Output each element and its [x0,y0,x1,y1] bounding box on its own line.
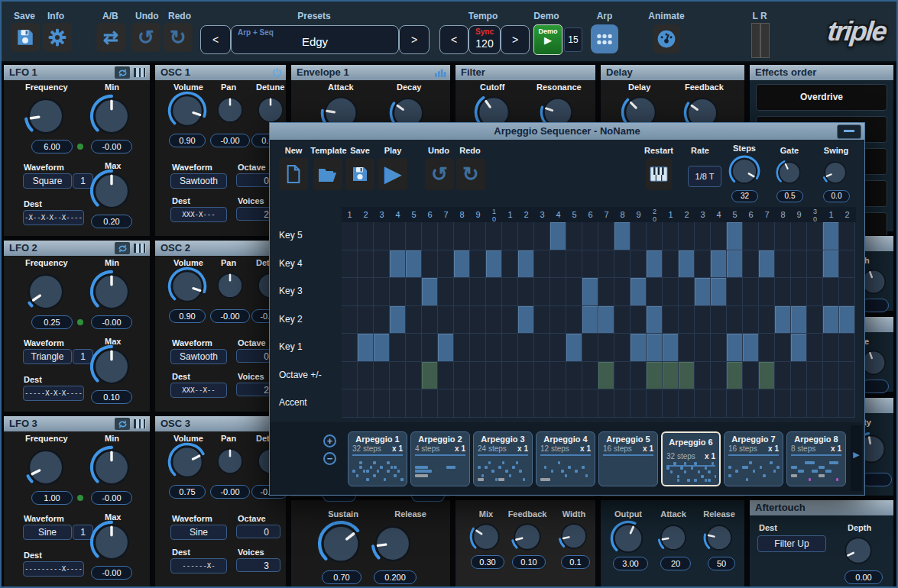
step-cell[interactable] [614,278,631,306]
step-cell[interactable] [390,306,406,334]
remove-arpeggio-button[interactable]: − [323,452,336,465]
step-cell[interactable] [470,306,486,334]
step-cell[interactable] [695,306,711,334]
step-cell[interactable] [759,334,775,362]
step-cell[interactable] [454,250,470,279]
bars-icon[interactable] [433,66,448,79]
step-cell[interactable] [470,389,486,418]
step-cell[interactable] [470,278,486,306]
release-value[interactable]: 0.200 [374,570,417,584]
step-cell[interactable] [358,334,374,362]
sustain-knob[interactable] [317,520,365,567]
step-cell[interactable] [631,389,647,418]
step-cell[interactable] [406,250,422,279]
step-cell[interactable] [374,250,390,279]
waveform-select[interactable]: Sawtooth [170,349,227,364]
arpeggio-tile[interactable]: Arpeggio 324 stepsx 1 [473,431,533,486]
volume-knob[interactable] [167,442,207,482]
frequency-knob[interactable] [24,270,68,314]
step-cell[interactable] [438,389,454,418]
step-cell[interactable] [374,389,390,418]
step-cell[interactable] [839,334,855,362]
arpeggio-tile[interactable]: Arpeggio 716 stepsx 1 [724,431,783,486]
step-cell[interactable] [679,334,695,362]
save-button[interactable] [11,23,40,52]
step-cell[interactable] [775,334,791,362]
step-cell[interactable] [727,334,743,362]
step-cell[interactable] [534,389,550,418]
step-cell[interactable] [358,389,374,418]
step-cell[interactable] [566,250,582,279]
step-cell[interactable] [791,306,807,334]
step-cell[interactable] [791,334,807,362]
min-value[interactable]: -0.00 [91,315,132,329]
step-cell[interactable] [823,334,839,362]
step-cell[interactable] [438,250,454,279]
step-cell[interactable] [390,389,406,418]
octave-select[interactable]: 0 [236,525,280,538]
step-cell[interactable] [422,306,438,334]
volume-knob[interactable] [167,91,207,131]
step-cell[interactable] [727,389,743,418]
step-cell[interactable] [759,389,775,418]
step-cell[interactable] [679,362,695,390]
step-cell[interactable] [791,250,807,279]
step-cell[interactable] [631,222,647,250]
step-cell[interactable] [647,334,663,362]
step-cell[interactable] [502,222,518,250]
step-cell[interactable] [582,362,598,390]
dest-select[interactable]: -X--X-X--X---- [23,210,84,225]
step-cell[interactable] [470,222,486,250]
attack-knob[interactable] [657,522,689,554]
arpeggio-tile[interactable]: Arpeggio 24 stepsx 1 [410,431,470,486]
step-cell[interactable] [807,278,823,306]
step-cell[interactable] [823,362,839,390]
step-cell[interactable] [679,306,695,334]
arpeggio-tile[interactable]: Arpeggio 412 stepsx 1 [536,431,595,486]
step-cell[interactable] [839,362,855,390]
partial-value[interactable] [861,299,889,312]
dest-select[interactable]: XXX--X-- [170,383,227,398]
step-cell[interactable] [679,278,695,306]
step-cell[interactable] [582,250,598,279]
pan-value[interactable]: -0.00 [210,309,250,323]
tempo-next-button[interactable]: > [501,25,530,54]
step-cell[interactable] [711,278,727,306]
pan-knob[interactable] [214,270,246,302]
min-knob[interactable] [89,94,134,138]
step-cell[interactable] [775,278,791,306]
step-cell[interactable] [743,389,759,418]
release-value[interactable]: 50 [708,557,735,570]
release-knob[interactable] [703,522,735,554]
max-value[interactable]: 0.20 [91,215,132,228]
step-cell[interactable] [390,362,406,390]
step-cell[interactable] [695,278,711,306]
step-cell[interactable] [486,250,502,279]
preset-next-button[interactable]: > [399,25,430,54]
step-cell[interactable] [839,306,855,334]
step-cell[interactable] [775,222,791,250]
step-cell[interactable] [374,222,390,250]
step-cell[interactable] [663,306,679,334]
volume-value[interactable]: 0.75 [169,485,206,499]
step-cell[interactable] [598,306,614,334]
step-cell[interactable] [614,389,631,418]
step-cell[interactable] [390,334,406,362]
waveform-select[interactable]: Triangle [23,349,72,364]
step-cell[interactable] [582,334,598,362]
step-cell[interactable] [823,222,839,250]
step-cell[interactable] [422,222,438,250]
ab-button[interactable]: ⇄ [96,23,125,52]
min-value[interactable]: -0.00 [91,491,132,505]
max-knob[interactable] [89,520,134,564]
effect-slot[interactable]: Overdrive [756,84,887,111]
step-cell[interactable] [663,278,679,306]
arpeggio-tile[interactable]: Arpeggio 88 stepsx 1 [786,431,846,486]
step-cell[interactable] [614,362,631,390]
step-cell[interactable] [743,306,759,334]
step-cell[interactable] [743,278,759,306]
step-cell[interactable] [775,250,791,279]
step-cell[interactable] [486,222,502,250]
step-cell[interactable] [807,250,823,279]
step-cell[interactable] [695,250,711,279]
